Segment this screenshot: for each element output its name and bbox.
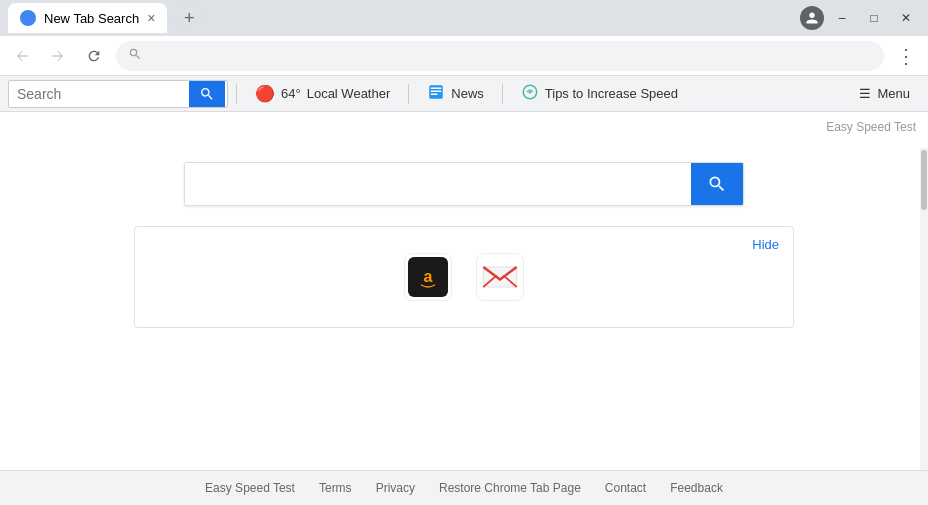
main-search-input[interactable] (185, 163, 691, 205)
close-button[interactable]: ✕ (892, 4, 920, 32)
tab-close-button[interactable]: × (147, 10, 155, 26)
weather-item[interactable]: 🔴 64° Local Weather (245, 80, 400, 107)
easy-speed-test-top-link[interactable]: Easy Speed Test (826, 120, 916, 134)
minimize-button[interactable]: – (828, 4, 856, 32)
page-wrapper: New Tab Search × + – □ ✕ (0, 0, 928, 505)
footer: Easy Speed Test Terms Privacy Restore Ch… (0, 470, 928, 505)
footer-link-contact[interactable]: Contact (605, 481, 646, 495)
footer-link-feedback[interactable]: Feedback (670, 481, 723, 495)
toolbar-divider-3 (502, 84, 503, 104)
toolbar-divider-1 (236, 84, 237, 104)
toolbar: 🔴 64° Local Weather News Tips to Increas… (0, 76, 928, 112)
window-controls: – □ ✕ (800, 4, 920, 32)
main-search-container (184, 162, 744, 206)
url-input[interactable] (148, 48, 872, 63)
main-content: Easy Speed Test Hide a (0, 112, 928, 505)
title-bar-left: New Tab Search × + (8, 3, 203, 33)
news-label: News (451, 86, 484, 101)
news-icon (427, 83, 445, 105)
toolbar-search-box[interactable] (8, 80, 228, 108)
url-bar[interactable] (116, 41, 884, 71)
gmail-icon (480, 257, 520, 297)
menu-button[interactable]: ☰ Menu (849, 82, 920, 105)
forward-button[interactable] (44, 42, 72, 70)
menu-label: Menu (877, 86, 910, 101)
hamburger-icon: ☰ (859, 86, 871, 101)
speed-item[interactable]: Tips to Increase Speed (511, 79, 688, 109)
svg-text:a: a (424, 268, 433, 285)
amazon-icon-container: a (404, 253, 452, 301)
footer-link-privacy[interactable]: Privacy (376, 481, 415, 495)
reload-button[interactable] (80, 42, 108, 70)
address-bar: ⋮ (0, 36, 928, 76)
footer-link-easy-speed-test[interactable]: Easy Speed Test (205, 481, 295, 495)
svg-rect-1 (431, 87, 442, 89)
footer-link-terms[interactable]: Terms (319, 481, 352, 495)
url-search-icon (128, 47, 142, 64)
scrollbar-track[interactable] (920, 148, 928, 505)
weather-icon: 🔴 (255, 84, 275, 103)
title-bar: New Tab Search × + – □ ✕ (0, 0, 928, 36)
tab-title: New Tab Search (44, 11, 139, 26)
back-button[interactable] (8, 42, 36, 70)
active-tab[interactable]: New Tab Search × (8, 3, 167, 33)
tab-favicon (20, 10, 36, 26)
scrollbar-thumb[interactable] (921, 150, 927, 210)
weather-label: Local Weather (307, 86, 391, 101)
amazon-icon: a (408, 257, 448, 297)
more-button[interactable]: ⋮ (892, 42, 920, 70)
speed-icon (521, 83, 539, 105)
svg-rect-3 (431, 93, 438, 95)
news-item[interactable]: News (417, 79, 494, 109)
new-tab-button[interactable]: + (175, 4, 203, 32)
maximize-button[interactable]: □ (860, 4, 888, 32)
svg-point-5 (528, 90, 531, 93)
shortcuts-grid: a (151, 243, 777, 311)
gmail-icon-container (476, 253, 524, 301)
profile-button[interactable] (800, 6, 824, 30)
toolbar-search-input[interactable] (9, 81, 189, 107)
shortcut-gmail[interactable] (476, 253, 524, 301)
speed-label: Tips to Increase Speed (545, 86, 678, 101)
footer-link-restore[interactable]: Restore Chrome Tab Page (439, 481, 581, 495)
weather-temp: 64° (281, 86, 301, 101)
toolbar-divider-2 (408, 84, 409, 104)
main-search-button[interactable] (691, 162, 743, 206)
hide-link[interactable]: Hide (752, 237, 779, 252)
shortcuts-container: Hide a (134, 226, 794, 328)
shortcut-amazon[interactable]: a (404, 253, 452, 301)
toolbar-search-button[interactable] (189, 80, 225, 108)
svg-rect-2 (431, 90, 442, 92)
